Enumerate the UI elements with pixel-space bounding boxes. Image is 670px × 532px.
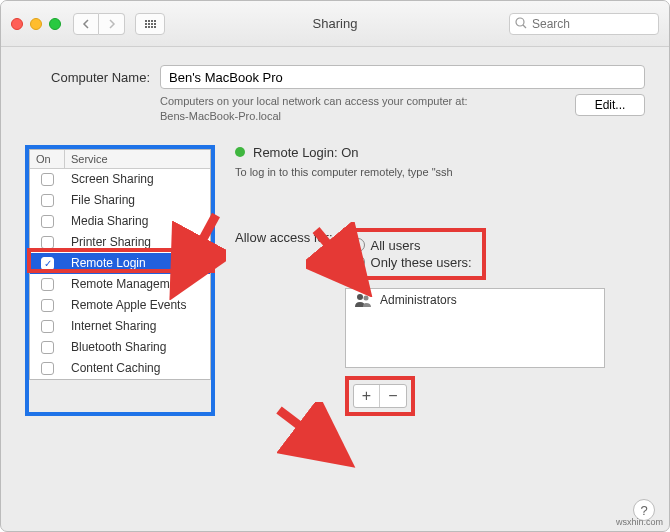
radio-button[interactable]: [351, 238, 365, 252]
svg-point-3: [364, 295, 369, 300]
service-checkbox[interactable]: [41, 362, 54, 375]
svg-line-1: [523, 25, 526, 28]
zoom-window-button[interactable]: [49, 18, 61, 30]
service-row[interactable]: Content Caching: [30, 358, 210, 379]
annotation-highlight-box: All users Only these users:: [343, 228, 486, 280]
users-list: Administrators: [345, 288, 605, 368]
access-label: Allow access for:: [235, 228, 333, 245]
service-checkbox[interactable]: [41, 194, 54, 207]
edit-hostname-button[interactable]: Edit...: [575, 94, 645, 116]
content-area: Computer Name: Computers on your local n…: [1, 47, 669, 531]
computer-name-label: Computer Name:: [25, 70, 150, 85]
service-row[interactable]: Remote Apple Events: [30, 295, 210, 316]
radio-button[interactable]: [351, 255, 365, 269]
col-service: Service: [65, 150, 210, 168]
service-row[interactable]: Remote Management: [30, 274, 210, 295]
service-checkbox[interactable]: [41, 215, 54, 228]
service-row[interactable]: File Sharing: [30, 190, 210, 211]
users-group-icon: [354, 293, 372, 307]
chevron-right-icon: [108, 19, 116, 29]
service-row[interactable]: Media Sharing: [30, 211, 210, 232]
back-button[interactable]: [73, 13, 99, 35]
service-checkbox[interactable]: [41, 173, 54, 186]
services-panel: On Service Screen Sharing File Sharing M…: [25, 145, 215, 416]
minimize-window-button[interactable]: [30, 18, 42, 30]
computer-name-description: Computers on your local network can acce…: [160, 94, 565, 125]
titlebar: Sharing: [1, 1, 669, 47]
service-row[interactable]: Bluetooth Sharing: [30, 337, 210, 358]
users-listbox[interactable]: Administrators: [345, 288, 605, 368]
remove-user-button[interactable]: −: [380, 385, 406, 407]
show-all-button[interactable]: [135, 13, 165, 35]
status-indicator-on: [235, 147, 245, 157]
services-header: On Service: [30, 150, 210, 169]
service-checkbox[interactable]: [41, 299, 54, 312]
grid-icon: [145, 20, 156, 28]
add-user-button[interactable]: +: [354, 385, 380, 407]
svg-point-2: [357, 294, 363, 300]
access-row: Allow access for: All users Only these u…: [235, 228, 645, 280]
service-row[interactable]: Internet Sharing: [30, 316, 210, 337]
add-remove-buttons: + −: [353, 384, 407, 408]
service-detail-panel: Remote Login: On To log in to this compu…: [235, 145, 645, 416]
service-checkbox[interactable]: [41, 341, 54, 354]
search-icon: [515, 17, 527, 32]
search-input[interactable]: [509, 13, 659, 35]
service-status-row: Remote Login: On: [235, 145, 645, 160]
annotation-highlight-box: + −: [345, 376, 415, 416]
close-window-button[interactable]: [11, 18, 23, 30]
window-title: Sharing: [313, 16, 358, 31]
svg-point-0: [516, 18, 524, 26]
status-subtitle: To log in to this computer remotely, typ…: [235, 166, 645, 178]
radio-only-these-users[interactable]: Only these users:: [351, 255, 472, 270]
svg-line-6: [279, 410, 341, 457]
radio-all-users[interactable]: All users: [351, 238, 472, 253]
preferences-window: Sharing Computer Name: Computers on your…: [0, 0, 670, 532]
service-checkbox[interactable]: [41, 278, 54, 291]
watermark: wsxhin.com: [616, 517, 663, 527]
search-field-wrap: [509, 13, 659, 35]
col-on: On: [30, 150, 65, 168]
nav-buttons: [73, 13, 125, 35]
chevron-left-icon: [82, 19, 90, 29]
status-text: Remote Login: On: [253, 145, 359, 160]
forward-button[interactable]: [99, 13, 125, 35]
service-row[interactable]: Screen Sharing: [30, 169, 210, 190]
service-checkbox[interactable]: [41, 320, 54, 333]
user-row[interactable]: Administrators: [346, 289, 604, 311]
annotation-highlight-box: [27, 248, 215, 273]
computer-name-input[interactable]: [160, 65, 645, 89]
window-controls: [11, 18, 61, 30]
